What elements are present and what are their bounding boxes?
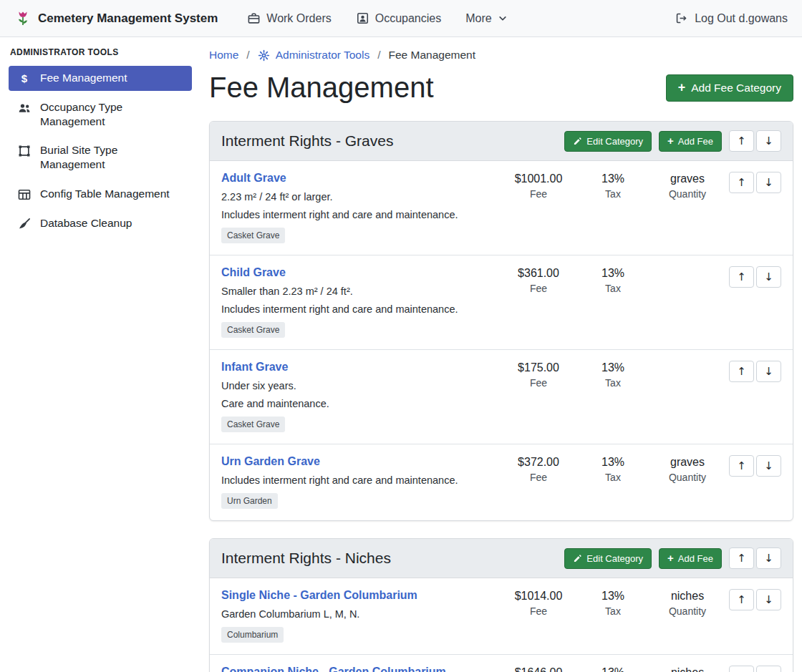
fee-quantity-col: graves Quantity: [650, 455, 725, 483]
sidebar-item-database-cleanup[interactable]: Database Cleanup: [9, 211, 192, 236]
fee-amount-col: $1014.00 Fee: [501, 589, 576, 617]
main-content: Home / Administrator Tools / Fee Managem…: [200, 37, 802, 672]
breadcrumb-administrator-tools[interactable]: Administrator Tools: [258, 49, 370, 62]
sidebar-item-occupancy-type-management[interactable]: Occupancy Type Management: [9, 95, 192, 134]
fee-category-card: Interment Rights - Niches Edit Category …: [209, 538, 793, 672]
fee-amount: $1014.00: [501, 590, 576, 603]
category-body: Adult Grave 2.23 m² / 24 ft² or larger.I…: [210, 161, 793, 520]
move-fee-down-button[interactable]: ↓: [756, 666, 781, 672]
fee-row: Single Niche - Garden Columbarium Garden…: [210, 578, 793, 655]
sidebar-item-config-table-management[interactable]: Config Table Management: [9, 182, 192, 207]
move-fee-up-button[interactable]: ↑: [729, 589, 754, 610]
vector-square-icon: [17, 144, 32, 158]
breadcrumb-current: Fee Management: [389, 49, 476, 62]
category-title: Interment Rights - Niches: [221, 550, 391, 567]
move-category-up-button[interactable]: ↑: [729, 130, 754, 152]
nav-label: Occupancies: [375, 12, 442, 25]
add-fee-category-button[interactable]: + Add Fee Category: [666, 74, 793, 102]
add-fee-button[interactable]: + Add Fee: [659, 131, 722, 152]
nav-work-orders[interactable]: Work Orders: [235, 11, 343, 25]
fee-type-badge: Casket Grave: [221, 228, 285, 243]
sidebar-item-fee-management[interactable]: $ Fee Management: [9, 66, 192, 91]
move-fee-up-button[interactable]: ↑: [729, 361, 754, 382]
top-navbar: Cemetery Management System Work Orders: [0, 0, 802, 37]
dollar-icon: $: [17, 72, 32, 86]
fee-name-link[interactable]: Child Grave: [221, 266, 286, 279]
pencil-icon: [573, 554, 582, 563]
add-fee-button[interactable]: + Add Fee: [659, 548, 722, 569]
fee-tax-col: 13% Tax: [576, 666, 650, 672]
gear-icon: [258, 49, 270, 62]
fee-description: Under six years.: [221, 380, 494, 391]
breadcrumb-home[interactable]: Home: [209, 49, 238, 62]
fee-amount-label: Fee: [501, 283, 576, 294]
category-title: Interment Rights - Graves: [221, 132, 393, 150]
fee-name-link[interactable]: Infant Grave: [221, 361, 288, 374]
fee-quantity: graves: [650, 456, 725, 469]
fee-row: Infant Grave Under six years.Care and ma…: [210, 350, 793, 444]
work-orders-icon: [247, 11, 261, 25]
breadcrumb: Home / Administrator Tools / Fee Managem…: [209, 49, 793, 62]
fee-amount: $1646.00: [501, 666, 576, 672]
fee-quantity: niches: [650, 590, 725, 603]
fee-descriptions: Under six years.Care and maintenance.: [221, 380, 494, 409]
move-fee-down-button[interactable]: ↓: [756, 266, 781, 288]
logout-link[interactable]: Log Out d.gowans: [675, 11, 788, 25]
breadcrumb-separator: /: [246, 49, 249, 62]
fee-name-link[interactable]: Urn Garden Grave: [221, 455, 320, 468]
fee-amount: $175.00: [501, 361, 576, 374]
move-fee-up-button[interactable]: ↑: [729, 455, 754, 477]
move-category-down-button[interactable]: ↓: [756, 547, 781, 569]
move-category-up-button[interactable]: ↑: [729, 547, 754, 569]
sidebar-item-label: Burial Site Type Management: [40, 143, 183, 172]
fee-amount: $372.00: [501, 456, 576, 469]
brand-title: Cemetery Management System: [38, 11, 218, 26]
fee-tax-label: Tax: [576, 472, 650, 483]
fee-quantity: niches: [650, 666, 725, 672]
fee-amount-col: $1646.00 Fee: [501, 666, 576, 672]
fee-amount-label: Fee: [501, 188, 576, 200]
fee-category-card: Interment Rights - Graves Edit Category …: [209, 121, 793, 521]
tulip-logo-icon: [14, 10, 32, 27]
move-fee-up-button[interactable]: ↑: [729, 666, 754, 672]
fee-quantity-col: niches Quantity: [650, 666, 725, 672]
fee-description: Garden Columbarium L, M, N.: [221, 608, 494, 620]
nav-occupancies[interactable]: Occupancies: [344, 11, 454, 25]
fee-descriptions: Garden Columbarium L, M, N.: [221, 608, 494, 620]
fee-name-link[interactable]: Adult Grave: [221, 172, 286, 185]
fee-quantity-label: Quantity: [650, 472, 725, 483]
sidebar-item-burial-site-type-management[interactable]: Burial Site Type Management: [9, 138, 192, 177]
move-fee-down-button[interactable]: ↓: [756, 172, 781, 193]
move-fee-up-button[interactable]: ↑: [729, 266, 754, 288]
edit-category-button[interactable]: Edit Category: [564, 548, 652, 569]
fee-name-link[interactable]: Single Niche - Garden Columbarium: [221, 589, 417, 602]
sidebar-item-label: Config Table Management: [40, 187, 170, 201]
fee-amount-label: Fee: [501, 472, 576, 483]
plus-icon: +: [667, 553, 674, 564]
fee-quantity-col: graves Quantity: [650, 172, 725, 200]
fee-type-badge: Casket Grave: [221, 417, 285, 432]
logout-icon: [675, 11, 688, 25]
button-label: Add Fee: [678, 553, 713, 564]
fee-name-link[interactable]: Companion Niche - Garden Columbarium: [221, 666, 446, 672]
categories-container: Interment Rights - Graves Edit Category …: [209, 121, 793, 672]
fee-tax-label: Tax: [576, 283, 650, 294]
move-fee-down-button[interactable]: ↓: [756, 361, 781, 382]
logout-label: Log Out d.gowans: [695, 12, 788, 25]
fee-description: Care and maintenance.: [221, 398, 494, 409]
move-fee-down-button[interactable]: ↓: [756, 589, 781, 610]
move-category-down-button[interactable]: ↓: [756, 130, 781, 152]
fee-amount-label: Fee: [501, 605, 576, 617]
fee-row: Companion Niche - Garden Columbarium Gar…: [210, 655, 793, 672]
move-fee-down-button[interactable]: ↓: [756, 455, 781, 477]
brand-link[interactable]: Cemetery Management System: [14, 10, 218, 27]
fee-amount-col: $1001.00 Fee: [501, 172, 576, 200]
fee-descriptions: Smaller than 2.23 m² / 24 ft².Includes i…: [221, 286, 494, 315]
edit-category-button[interactable]: Edit Category: [564, 131, 652, 152]
sidebar-heading: Administrator Tools: [0, 47, 200, 57]
move-fee-up-button[interactable]: ↑: [729, 172, 754, 193]
fee-amount: $1001.00: [501, 172, 576, 185]
button-label: Add Fee Category: [691, 82, 781, 94]
nav-more[interactable]: More: [453, 12, 519, 25]
fee-tax-label: Tax: [576, 377, 650, 389]
